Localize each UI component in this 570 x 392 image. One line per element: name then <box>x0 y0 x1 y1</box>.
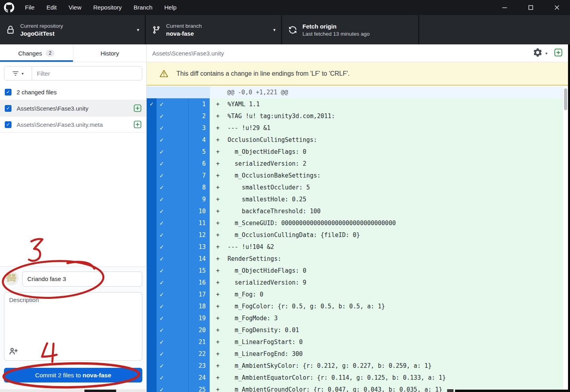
diff-line[interactable]: ✓2+%TAG !u! tag:unity3d.com,2011: <box>147 110 563 122</box>
diff-hunk-select-cell[interactable] <box>147 324 157 336</box>
current-repository-selector[interactable]: Current repository JogoGitTest ▾ <box>0 15 146 44</box>
gear-icon[interactable] <box>534 48 542 58</box>
diff-line[interactable]: ✓3+--- !u!29 &1 <box>147 122 563 134</box>
diff-line-checkbox[interactable]: ✓ <box>157 134 188 146</box>
diff-line[interactable]: ✓19+ m_FogMode: 3 <box>147 312 563 324</box>
diff-line-checkbox[interactable]: ✓ <box>157 170 188 182</box>
filter-options-button[interactable]: ▾ <box>4 67 32 80</box>
diff-line[interactable]: ✓12+ m_OcclusionCullingData: {fileID: 0} <box>147 229 563 241</box>
diff-line[interactable]: ✓17+ m_Fog: 0 <box>147 289 563 300</box>
close-button[interactable] <box>544 0 570 15</box>
diff-hunk-select-cell[interactable] <box>147 312 157 324</box>
diff-hunk-select-cell[interactable] <box>147 300 157 312</box>
menu-item-file[interactable]: File <box>19 0 40 15</box>
diff-line-checkbox[interactable]: ✓ <box>157 217 188 229</box>
diff-hunk-select-cell[interactable] <box>147 158 157 170</box>
diff-line-checkbox[interactable]: ✓ <box>157 372 188 384</box>
diff-hunk-select-cell[interactable] <box>147 182 157 193</box>
diff-hunk-select-cell[interactable] <box>147 348 157 360</box>
diff-line-checkbox[interactable]: ✓ <box>157 193 188 205</box>
diff-line-checkbox[interactable]: ✓ <box>157 336 188 348</box>
diff-hunk-select-cell[interactable] <box>147 241 157 253</box>
diff-line[interactable]: ✓14+RenderSettings: <box>147 253 563 265</box>
diff-line-checkbox[interactable]: ✓ <box>157 146 188 158</box>
menu-item-branch[interactable]: Branch <box>128 0 159 15</box>
menu-item-edit[interactable]: Edit <box>40 0 63 15</box>
file-checkbox[interactable]: ✓ <box>5 105 11 112</box>
file-row[interactable]: ✓Assets\Scenes\Fase3.unity.meta <box>0 117 146 133</box>
diff-line[interactable]: ✓24+ m_AmbientEquatorColor: {r: 0.114, g… <box>147 372 563 384</box>
maximize-button[interactable] <box>518 0 544 15</box>
diff-hunk-select-cell[interactable] <box>147 217 157 229</box>
diff-line-checkbox[interactable]: ✓ <box>157 229 188 241</box>
commit-description-input[interactable] <box>4 293 142 344</box>
diff-line[interactable]: ✓23+ m_AmbientSkyColor: {r: 0.212, g: 0.… <box>147 360 563 372</box>
menu-item-view[interactable]: View <box>63 0 87 15</box>
diff-line[interactable]: ✓✓1+%YAML 1.1 <box>147 98 563 110</box>
minimize-button[interactable] <box>492 0 518 15</box>
diff-line[interactable]: ✓21+ m_LinearFogStart: 0 <box>147 336 563 348</box>
diff-line[interactable]: ✓9+ smallestHole: 0.25 <box>147 193 563 205</box>
diff-hunk-select-cell[interactable] <box>147 134 157 146</box>
current-branch-selector[interactable]: Current branch nova-fase ▾ <box>146 15 282 44</box>
diff-hunk-select-cell[interactable] <box>147 289 157 300</box>
select-all-checkbox[interactable]: ✓ <box>5 89 11 96</box>
diff-hunk-select-cell[interactable] <box>147 277 157 289</box>
file-checkbox[interactable]: ✓ <box>5 121 11 128</box>
diff-line[interactable]: ✓20+ m_FogDensity: 0.01 <box>147 324 563 336</box>
add-coauthor-icon[interactable] <box>9 347 18 357</box>
diff-hunk-select-cell[interactable] <box>147 193 157 205</box>
diff-hunk-select-cell[interactable] <box>147 336 157 348</box>
filter-input[interactable] <box>32 67 142 80</box>
diff-line-checkbox[interactable]: ✓ <box>157 324 188 336</box>
diff-line-checkbox[interactable]: ✓ <box>157 98 188 110</box>
diff-hunk-select-cell[interactable] <box>147 170 157 182</box>
commit-button[interactable]: Commit 2 files to nova-fase <box>4 368 142 382</box>
scrollbar-thumb[interactable] <box>564 88 567 110</box>
diff-scrollbar[interactable] <box>563 86 568 392</box>
fetch-origin-button[interactable]: Fetch origin Last fetched 13 minutes ago <box>282 15 419 44</box>
diff-line[interactable]: ✓10+ backfaceThreshold: 100 <box>147 205 563 217</box>
diff-line[interactable]: ✓4+OcclusionCullingSettings: <box>147 134 563 146</box>
diff-hunk-select-cell[interactable] <box>147 122 157 134</box>
diff-hunk-select-cell[interactable] <box>147 384 157 392</box>
diff-line-checkbox[interactable]: ✓ <box>157 265 188 277</box>
diff-line[interactable]: ✓13+--- !u!104 &2 <box>147 241 563 253</box>
diff-hunk-select-cell[interactable] <box>147 360 157 372</box>
diff-line[interactable]: ✓7+ m_OcclusionBakeSettings: <box>147 170 563 182</box>
menu-item-help[interactable]: Help <box>159 0 183 15</box>
diff-line[interactable]: ✓15+ m_ObjectHideFlags: 0 <box>147 265 563 277</box>
diff-line[interactable]: ✓11+ m_SceneGUID: 0000000000000000000000… <box>147 217 563 229</box>
diff-line-checkbox[interactable]: ✓ <box>157 348 188 360</box>
diff-line-checkbox[interactable]: ✓ <box>157 182 188 193</box>
diff-line[interactable]: ✓18+ m_FogColor: {r: 0.5, g: 0.5, b: 0.5… <box>147 300 563 312</box>
diff-hunk-select-cell[interactable] <box>147 229 157 241</box>
diff-line-checkbox[interactable]: ✓ <box>157 122 188 134</box>
tab-changes[interactable]: Changes 2 <box>0 44 73 62</box>
diff-line-checkbox[interactable]: ✓ <box>157 110 188 122</box>
diff-line-checkbox[interactable]: ✓ <box>157 277 188 289</box>
diff-line[interactable]: ✓8+ smallestOccluder: 5 <box>147 182 563 193</box>
diff-line-checkbox[interactable]: ✓ <box>157 384 188 392</box>
expand-diff-icon[interactable] <box>554 48 562 58</box>
diff-line-checkbox[interactable]: ✓ <box>157 158 188 170</box>
diff-hunk-select-cell[interactable] <box>147 146 157 158</box>
commit-summary-input[interactable] <box>22 272 142 287</box>
menu-item-repository[interactable]: Repository <box>87 0 128 15</box>
file-row[interactable]: ✓Assets\Scenes\Fase3.unity <box>0 100 146 117</box>
diff-line-checkbox[interactable]: ✓ <box>157 289 188 300</box>
diff-hunk-select-cell[interactable] <box>147 205 157 217</box>
diff-hunk-select-cell[interactable]: ✓ <box>147 98 157 110</box>
diff-hunk-select-cell[interactable] <box>147 110 157 122</box>
diff-line-checkbox[interactable]: ✓ <box>157 241 188 253</box>
diff-line-checkbox[interactable]: ✓ <box>157 253 188 265</box>
diff-line-checkbox[interactable]: ✓ <box>157 360 188 372</box>
diff-hunk-select-cell[interactable] <box>147 253 157 265</box>
tab-history[interactable]: History <box>73 44 146 62</box>
diff-line-checkbox[interactable]: ✓ <box>157 312 188 324</box>
chevron-down-icon[interactable]: ▾ <box>545 51 547 55</box>
diff-line[interactable]: ✓5+ m_ObjectHideFlags: 0 <box>147 146 563 158</box>
diff-line[interactable]: ✓22+ m_LinearFogEnd: 300 <box>147 348 563 360</box>
diff-line[interactable]: ✓16+ serializedVersion: 9 <box>147 277 563 289</box>
diff-line[interactable]: ✓6+ serializedVersion: 2 <box>147 158 563 170</box>
